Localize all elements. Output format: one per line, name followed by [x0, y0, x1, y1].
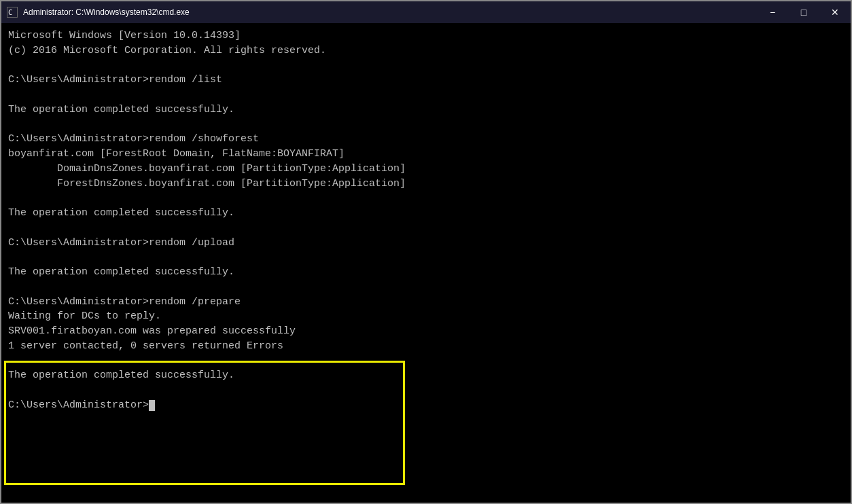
- highlight-box: [4, 361, 405, 485]
- title-bar: C Administrator: C:\Windows\system32\cmd…: [1, 1, 851, 23]
- cursor: [149, 400, 155, 411]
- window-title: Administrator: C:\Windows\system32\cmd.e…: [23, 7, 845, 17]
- svg-text:C: C: [8, 8, 12, 16]
- close-button[interactable]: ✕: [819, 1, 851, 23]
- maximize-button[interactable]: □: [788, 1, 819, 23]
- minimize-button[interactable]: −: [757, 1, 788, 23]
- window-controls: − □ ✕: [757, 1, 851, 23]
- terminal-output[interactable]: Microsoft Windows [Version 10.0.14393] (…: [1, 23, 851, 503]
- cmd-window: C Administrator: C:\Windows\system32\cmd…: [0, 0, 852, 504]
- cmd-icon: C: [7, 7, 18, 18]
